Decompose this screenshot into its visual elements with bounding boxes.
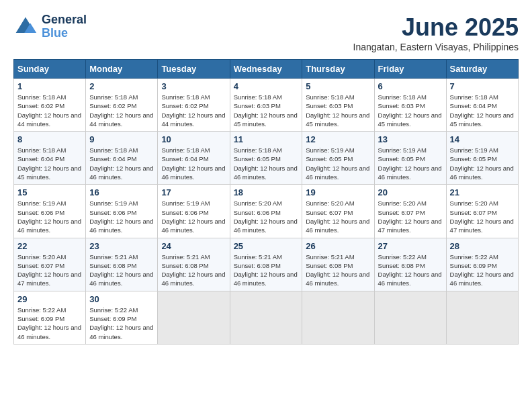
day-info: Sunrise: 5:20 AMSunset: 6:06 PMDaylight:… — [234, 199, 299, 234]
day-number: 29 — [17, 294, 82, 304]
calendar-cell: 11Sunrise: 5:18 AMSunset: 6:05 PMDayligh… — [230, 132, 302, 185]
calendar-cell: 12Sunrise: 5:19 AMSunset: 6:05 PMDayligh… — [302, 132, 374, 185]
day-number: 25 — [234, 241, 299, 251]
day-info: Sunrise: 5:18 AMSunset: 6:04 PMDaylight:… — [161, 146, 226, 181]
day-info: Sunrise: 5:19 AMSunset: 6:06 PMDaylight:… — [161, 199, 226, 234]
logo-text: General Blue — [42, 13, 87, 40]
day-info: Sunrise: 5:19 AMSunset: 6:05 PMDaylight:… — [450, 146, 515, 181]
day-number: 26 — [306, 241, 370, 251]
day-info: Sunrise: 5:22 AMSunset: 6:08 PMDaylight:… — [378, 253, 443, 288]
day-info: Sunrise: 5:18 AMSunset: 6:03 PMDaylight:… — [234, 93, 299, 128]
location-title: Inangatan, Eastern Visayas, Philippines — [353, 42, 519, 52]
calendar-cell: 29Sunrise: 5:22 AMSunset: 6:09 PMDayligh… — [14, 291, 86, 344]
day-info: Sunrise: 5:20 AMSunset: 6:07 PMDaylight:… — [17, 253, 82, 288]
calendar-cell: 23Sunrise: 5:21 AMSunset: 6:08 PMDayligh… — [86, 238, 158, 291]
day-info: Sunrise: 5:20 AMSunset: 6:07 PMDaylight:… — [378, 199, 443, 234]
day-number: 10 — [161, 134, 226, 144]
day-info: Sunrise: 5:22 AMSunset: 6:09 PMDaylight:… — [89, 306, 154, 341]
page-header: General Blue June 2025 Inangatan, Easter… — [13, 13, 519, 52]
calendar-cell: 6Sunrise: 5:18 AMSunset: 6:03 PMDaylight… — [374, 79, 446, 132]
day-info: Sunrise: 5:21 AMSunset: 6:08 PMDaylight:… — [306, 253, 370, 288]
calendar-cell: 4Sunrise: 5:18 AMSunset: 6:03 PMDaylight… — [230, 79, 302, 132]
day-number: 14 — [450, 134, 515, 144]
day-number: 22 — [17, 241, 82, 251]
day-number: 28 — [450, 241, 515, 251]
calendar-cell: 2Sunrise: 5:18 AMSunset: 6:02 PMDaylight… — [86, 79, 158, 132]
day-info: Sunrise: 5:19 AMSunset: 6:06 PMDaylight:… — [89, 199, 154, 234]
calendar-cell — [374, 291, 446, 344]
calendar-cell: 15Sunrise: 5:19 AMSunset: 6:06 PMDayligh… — [14, 185, 86, 238]
day-number: 18 — [234, 187, 299, 197]
calendar-cell: 28Sunrise: 5:22 AMSunset: 6:09 PMDayligh… — [446, 238, 518, 291]
calendar-cell — [302, 291, 374, 344]
calendar-cell: 27Sunrise: 5:22 AMSunset: 6:08 PMDayligh… — [374, 238, 446, 291]
calendar-cell: 10Sunrise: 5:18 AMSunset: 6:04 PMDayligh… — [158, 132, 230, 185]
calendar-week-row: 15Sunrise: 5:19 AMSunset: 6:06 PMDayligh… — [14, 185, 519, 238]
weekday-header-friday: Friday — [374, 60, 446, 79]
calendar-cell: 21Sunrise: 5:20 AMSunset: 6:07 PMDayligh… — [446, 185, 518, 238]
day-info: Sunrise: 5:18 AMSunset: 6:05 PMDaylight:… — [234, 146, 299, 181]
calendar-cell: 13Sunrise: 5:19 AMSunset: 6:05 PMDayligh… — [374, 132, 446, 185]
day-info: Sunrise: 5:19 AMSunset: 6:06 PMDaylight:… — [17, 199, 82, 234]
day-number: 4 — [234, 81, 299, 91]
weekday-header-tuesday: Tuesday — [158, 60, 230, 79]
weekday-header-thursday: Thursday — [302, 60, 374, 79]
day-number: 19 — [306, 187, 370, 197]
day-info: Sunrise: 5:18 AMSunset: 6:04 PMDaylight:… — [450, 93, 515, 128]
day-number: 12 — [306, 134, 370, 144]
day-number: 24 — [161, 241, 226, 251]
calendar-week-row: 22Sunrise: 5:20 AMSunset: 6:07 PMDayligh… — [14, 238, 519, 291]
day-number: 8 — [17, 134, 82, 144]
calendar-cell: 7Sunrise: 5:18 AMSunset: 6:04 PMDaylight… — [446, 79, 518, 132]
day-info: Sunrise: 5:21 AMSunset: 6:08 PMDaylight:… — [234, 253, 299, 288]
day-number: 13 — [378, 134, 443, 144]
day-info: Sunrise: 5:21 AMSunset: 6:08 PMDaylight:… — [89, 253, 154, 288]
calendar-cell: 17Sunrise: 5:19 AMSunset: 6:06 PMDayligh… — [158, 185, 230, 238]
day-number: 9 — [89, 134, 154, 144]
calendar-week-row: 29Sunrise: 5:22 AMSunset: 6:09 PMDayligh… — [14, 291, 519, 344]
calendar-cell: 18Sunrise: 5:20 AMSunset: 6:06 PMDayligh… — [230, 185, 302, 238]
calendar-table: SundayMondayTuesdayWednesdayThursdayFrid… — [13, 59, 519, 345]
day-info: Sunrise: 5:18 AMSunset: 6:04 PMDaylight:… — [17, 146, 82, 181]
day-number: 16 — [89, 187, 154, 197]
day-info: Sunrise: 5:18 AMSunset: 6:02 PMDaylight:… — [89, 93, 154, 128]
calendar-cell: 26Sunrise: 5:21 AMSunset: 6:08 PMDayligh… — [302, 238, 374, 291]
day-number: 7 — [450, 81, 515, 91]
day-number: 11 — [234, 134, 299, 144]
calendar-cell: 1Sunrise: 5:18 AMSunset: 6:02 PMDaylight… — [14, 79, 86, 132]
day-number: 27 — [378, 241, 443, 251]
calendar-cell: 19Sunrise: 5:20 AMSunset: 6:07 PMDayligh… — [302, 185, 374, 238]
calendar-week-row: 8Sunrise: 5:18 AMSunset: 6:04 PMDaylight… — [14, 132, 519, 185]
calendar-week-row: 1Sunrise: 5:18 AMSunset: 6:02 PMDaylight… — [14, 79, 519, 132]
calendar-cell: 16Sunrise: 5:19 AMSunset: 6:06 PMDayligh… — [86, 185, 158, 238]
day-info: Sunrise: 5:22 AMSunset: 6:09 PMDaylight:… — [17, 306, 82, 341]
day-info: Sunrise: 5:18 AMSunset: 6:02 PMDaylight:… — [17, 93, 82, 128]
day-info: Sunrise: 5:18 AMSunset: 6:02 PMDaylight:… — [161, 93, 226, 128]
calendar-cell: 24Sunrise: 5:21 AMSunset: 6:08 PMDayligh… — [158, 238, 230, 291]
day-number: 23 — [89, 241, 154, 251]
day-number: 1 — [17, 81, 82, 91]
weekday-header-row: SundayMondayTuesdayWednesdayThursdayFrid… — [14, 60, 519, 79]
day-number: 21 — [450, 187, 515, 197]
weekday-header-wednesday: Wednesday — [230, 60, 302, 79]
calendar-cell — [230, 291, 302, 344]
calendar-cell: 20Sunrise: 5:20 AMSunset: 6:07 PMDayligh… — [374, 185, 446, 238]
day-number: 20 — [378, 187, 443, 197]
day-info: Sunrise: 5:18 AMSunset: 6:03 PMDaylight:… — [306, 93, 370, 128]
day-number: 15 — [17, 187, 82, 197]
logo: General Blue — [13, 13, 87, 40]
day-info: Sunrise: 5:21 AMSunset: 6:08 PMDaylight:… — [161, 253, 226, 288]
calendar-cell: 5Sunrise: 5:18 AMSunset: 6:03 PMDaylight… — [302, 79, 374, 132]
day-number: 17 — [161, 187, 226, 197]
day-number: 6 — [378, 81, 443, 91]
day-info: Sunrise: 5:19 AMSunset: 6:05 PMDaylight:… — [378, 146, 443, 181]
day-number: 2 — [89, 81, 154, 91]
weekday-header-sunday: Sunday — [14, 60, 86, 79]
day-info: Sunrise: 5:18 AMSunset: 6:03 PMDaylight:… — [378, 93, 443, 128]
day-number: 30 — [89, 294, 154, 304]
weekday-header-monday: Monday — [86, 60, 158, 79]
calendar-cell: 25Sunrise: 5:21 AMSunset: 6:08 PMDayligh… — [230, 238, 302, 291]
day-info: Sunrise: 5:20 AMSunset: 6:07 PMDaylight:… — [306, 199, 370, 234]
calendar-cell: 9Sunrise: 5:18 AMSunset: 6:04 PMDaylight… — [86, 132, 158, 185]
month-title: June 2025 — [353, 13, 519, 42]
